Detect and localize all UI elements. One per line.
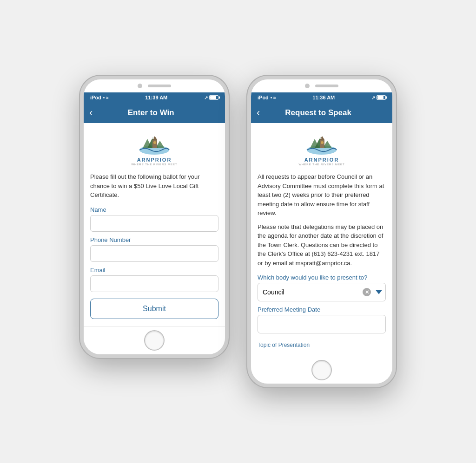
location-icon-1: ↗ bbox=[204, 95, 208, 100]
nav-bar-1: ‹ Enter to Win bbox=[84, 103, 225, 123]
nav-bar-2: ‹ Request to Speak bbox=[251, 103, 392, 123]
meeting-date-label: Preferred Meeting Date bbox=[258, 306, 386, 313]
phone-top-bar bbox=[84, 79, 225, 92]
phone-label: Phone Number bbox=[90, 236, 218, 243]
volume-down-btn bbox=[80, 146, 81, 160]
nav-title-2: Request to Speak bbox=[264, 108, 373, 117]
body-question-label: Which body would you like to present to? bbox=[258, 274, 386, 281]
status-bar-1: iPod • ≈ 11:39 AM ↗ bbox=[84, 92, 225, 103]
submit-button[interactable]: Submit bbox=[90, 299, 218, 319]
battery-icon-1 bbox=[209, 95, 218, 100]
logo-area-2: ARNPRIOR WHERE THE RIVERS MEET bbox=[258, 130, 386, 166]
select-clear-button[interactable]: ✕ bbox=[363, 288, 371, 296]
logo-area-1: ARNPRIOR WHERE THE RIVERS MEET bbox=[90, 130, 218, 166]
logo-2: ARNPRIOR WHERE THE RIVERS MEET bbox=[298, 130, 344, 166]
phone-1-screen: iPod • ≈ 11:39 AM ↗ ‹ Enter to Win bbox=[84, 92, 225, 326]
logo-brand-1: ARNPRIOR bbox=[137, 157, 172, 163]
phone-bottom-1 bbox=[84, 326, 225, 354]
email-input[interactable] bbox=[90, 275, 218, 292]
battery-fill-2 bbox=[377, 96, 383, 99]
power-btn bbox=[228, 135, 229, 156]
phone-bottom-2 bbox=[251, 356, 392, 384]
status-right-2: ↗ bbox=[371, 95, 386, 100]
status-left-2: iPod • ≈ bbox=[258, 95, 276, 100]
earpiece bbox=[148, 85, 171, 87]
front-camera bbox=[138, 84, 142, 88]
screen-content-1: ARNPRIOR WHERE THE RIVERS MEET Please fi… bbox=[84, 123, 225, 326]
phone-2: iPod • ≈ 11:36 AM ↗ ‹ Request to Speak bbox=[247, 76, 396, 387]
volume-up-btn-2 bbox=[247, 126, 248, 140]
logo-image-2 bbox=[303, 130, 340, 156]
email-label: Email bbox=[90, 267, 218, 274]
description-2a: All requests to appear before Council or… bbox=[258, 172, 386, 218]
home-button-1[interactable] bbox=[144, 330, 165, 351]
svg-point-14 bbox=[321, 141, 324, 144]
volume-up-btn bbox=[80, 126, 81, 140]
phone-1: iPod • ≈ 11:39 AM ↗ ‹ Enter to Win bbox=[80, 76, 229, 358]
nav-title-1: Enter to Win bbox=[96, 108, 205, 117]
location-icon-2: ↗ bbox=[371, 95, 375, 100]
earpiece-2 bbox=[315, 85, 338, 87]
time-label-2: 11:36 AM bbox=[312, 95, 335, 100]
status-right-1: ↗ bbox=[204, 95, 218, 100]
logo-brand-2: ARNPRIOR bbox=[304, 157, 339, 163]
description-1: Please fill out the following ballot for… bbox=[90, 172, 218, 200]
name-input[interactable] bbox=[90, 215, 218, 232]
front-camera-2 bbox=[305, 84, 310, 88]
side-buttons-left bbox=[80, 126, 81, 160]
name-label: Name bbox=[90, 206, 218, 213]
body-select-wrap: Council Advisory Committee ✕ bbox=[258, 283, 386, 301]
battery-icon-2 bbox=[377, 95, 386, 100]
home-button-2[interactable] bbox=[311, 360, 332, 380]
logo-image-1 bbox=[136, 130, 173, 156]
wifi-icon-2: • ≈ bbox=[271, 95, 276, 100]
battery-fill-1 bbox=[210, 96, 216, 99]
scene: iPod • ≈ 11:39 AM ↗ ‹ Enter to Win bbox=[80, 76, 396, 387]
back-button-2[interactable]: ‹ bbox=[257, 108, 260, 118]
wifi-icon-1: • ≈ bbox=[103, 95, 109, 100]
time-label-1: 11:39 AM bbox=[145, 95, 167, 100]
status-bar-2: iPod • ≈ 11:36 AM ↗ bbox=[251, 92, 392, 103]
side-buttons-left-2 bbox=[247, 126, 248, 160]
phone-input[interactable] bbox=[90, 245, 218, 262]
logo-tagline-1: WHERE THE RIVERS MEET bbox=[131, 163, 177, 166]
power-btn-2 bbox=[395, 135, 396, 156]
carrier-label-2: iPod bbox=[258, 95, 269, 100]
topic-label: Topic of Presentation bbox=[258, 342, 386, 348]
phone-2-screen: iPod • ≈ 11:36 AM ↗ ‹ Request to Speak bbox=[251, 92, 392, 356]
volume-down-btn-2 bbox=[247, 146, 248, 160]
carrier-label-1: iPod bbox=[90, 95, 101, 100]
description-2b: Please note that delegations may be plac… bbox=[258, 222, 386, 268]
status-left-1: iPod • ≈ bbox=[90, 95, 109, 100]
back-button-1[interactable]: ‹ bbox=[89, 108, 93, 118]
logo-tagline-2: WHERE THE RIVERS MEET bbox=[298, 163, 344, 166]
phone-top-bar-2 bbox=[251, 79, 392, 92]
svg-point-6 bbox=[153, 141, 156, 144]
logo-1: ARNPRIOR WHERE THE RIVERS MEET bbox=[131, 130, 177, 166]
meeting-date-input[interactable] bbox=[258, 315, 386, 333]
screen-content-2: ARNPRIOR WHERE THE RIVERS MEET All reque… bbox=[251, 123, 392, 356]
